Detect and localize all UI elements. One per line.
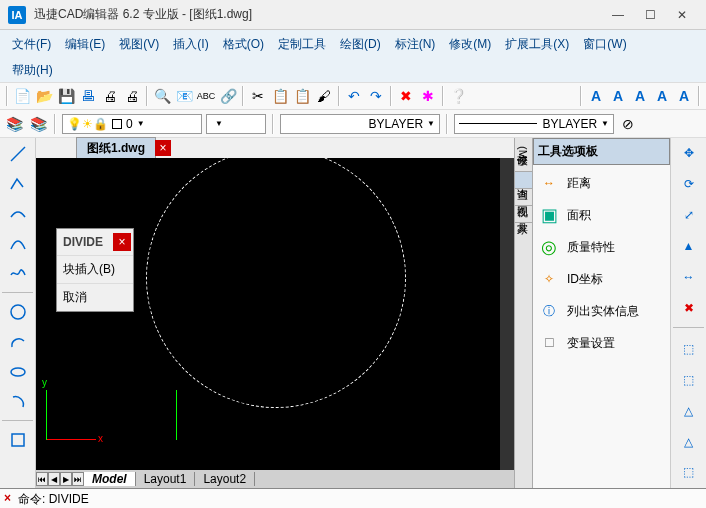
layer-combo[interactable]: 💡☀🔒 0 ▼ [62, 114, 202, 134]
send-icon[interactable]: 📧 [174, 86, 194, 106]
menu-ext-tools[interactable]: 扩展工具(X) [499, 33, 575, 56]
move-icon[interactable]: ✥ [677, 142, 701, 165]
menu-insert[interactable]: 插入(I) [167, 33, 214, 56]
print-icon[interactable]: 🖨 [100, 86, 120, 106]
array-icon[interactable]: ⬚ [677, 368, 701, 391]
polyline-tool-icon[interactable] [6, 172, 30, 196]
scale-icon[interactable]: ⤢ [677, 204, 701, 227]
svg-line-0 [11, 147, 25, 161]
vertical-line-entity[interactable] [176, 390, 177, 440]
help-icon[interactable]: ❔ [448, 86, 468, 106]
arc2-tool-icon[interactable] [6, 330, 30, 354]
layout-last-icon[interactable]: ⏭ [72, 472, 84, 486]
vtab-view[interactable]: 视图 [515, 189, 532, 206]
font-a4-icon[interactable]: A [652, 86, 672, 106]
mirror-icon[interactable]: ▲ [677, 235, 701, 258]
save-icon[interactable]: 💾 [56, 86, 76, 106]
arc3-tool-icon[interactable] [6, 390, 30, 414]
tab-document[interactable]: 图纸1.dwg [76, 137, 156, 160]
new-icon[interactable]: 📄 [12, 86, 32, 106]
vtab-query[interactable]: 查询 [515, 172, 532, 189]
printprev-icon[interactable]: 🖨 [122, 86, 142, 106]
vtab-modify[interactable]: 修改(M) [515, 138, 532, 172]
menu-draw[interactable]: 绘图(D) [334, 33, 387, 56]
polygon-tool-icon[interactable] [6, 428, 30, 452]
linetype2-value: BYLAYER [543, 117, 597, 131]
cmd-close-icon[interactable]: × [4, 491, 18, 508]
menu-custom-tools[interactable]: 定制工具 [272, 33, 332, 56]
layer-mgr-icon[interactable]: 📚 [4, 114, 24, 134]
menu-window[interactable]: 窗口(W) [577, 33, 632, 56]
menu-edit[interactable]: 编辑(E) [59, 33, 111, 56]
font-a2-icon[interactable]: A [608, 86, 628, 106]
copy-icon[interactable]: 📋 [270, 86, 290, 106]
tab-layout1[interactable]: Layout1 [136, 472, 196, 486]
menu-dimension[interactable]: 标注(N) [389, 33, 442, 56]
tab-close-icon[interactable]: × [155, 140, 171, 156]
canvas-v-scrollbar[interactable] [500, 158, 514, 470]
linetype-combo-2[interactable]: BYLAYER▼ [454, 114, 614, 134]
erase-x-icon[interactable]: ✖ [396, 86, 416, 106]
mass-icon: ◎ [537, 237, 561, 257]
linetype-settings-icon[interactable]: ⊘ [618, 114, 638, 134]
svg-point-2 [11, 368, 25, 376]
font-a1-icon[interactable]: A [586, 86, 606, 106]
linetype-value: BYLAYER [369, 117, 423, 131]
layer-combo-2[interactable]: ▼ [206, 114, 266, 134]
font-a3-icon[interactable]: A [630, 86, 650, 106]
layout-prev-icon[interactable]: ◀ [48, 472, 60, 486]
popup-item-block[interactable]: 块插入(B) [57, 255, 133, 283]
panel-item-mass[interactable]: ◎ 质量特性 [535, 231, 668, 263]
layout-first-icon[interactable]: ⏮ [36, 472, 48, 486]
paste-icon[interactable]: 📋 [292, 86, 312, 106]
preview-icon[interactable]: 🔍 [152, 86, 172, 106]
panel-item-distance[interactable]: ↔ 距离 [535, 167, 668, 199]
undo-icon[interactable]: ↶ [344, 86, 364, 106]
panel-item-area[interactable]: ▣ 面积 [535, 199, 668, 231]
circle-entity[interactable] [146, 158, 406, 408]
rotate-icon[interactable]: ⟳ [677, 173, 701, 196]
saveall-icon[interactable]: 🖶 [78, 86, 98, 106]
link-icon[interactable]: 🔗 [218, 86, 238, 106]
panel-item-id[interactable]: ✧ ID坐标 [535, 263, 668, 295]
menu-help[interactable]: 帮助(H) [6, 59, 59, 82]
spell-icon[interactable]: ABC [196, 86, 216, 106]
popup-close-icon[interactable]: × [113, 233, 131, 251]
tab-layout2[interactable]: Layout2 [195, 472, 255, 486]
linetype-combo[interactable]: BYLAYER▼ [280, 114, 440, 134]
document-tabs: 图纸1.dwg × [36, 138, 514, 158]
tab-model[interactable]: Model [84, 472, 136, 486]
menu-view[interactable]: 视图(V) [113, 33, 165, 56]
extend-icon[interactable]: △ [677, 430, 701, 453]
layer-walk-icon[interactable]: 📚 [28, 114, 48, 134]
minimize-button[interactable]: — [610, 7, 626, 23]
trim-icon[interactable]: △ [677, 399, 701, 422]
cut-icon[interactable]: ✂ [248, 86, 268, 106]
close-button[interactable]: ✕ [674, 7, 690, 23]
font-a5-icon[interactable]: A [674, 86, 694, 106]
break-icon[interactable]: ⬚ [677, 461, 701, 484]
maximize-button[interactable]: ☐ [642, 7, 658, 23]
menu-file[interactable]: 文件(F) [6, 33, 57, 56]
ellipse-tool-icon[interactable] [6, 360, 30, 384]
menu-modify[interactable]: 修改(M) [443, 33, 497, 56]
panel-item-list[interactable]: ⓘ 列出实体信息 [535, 295, 668, 327]
layout-next-icon[interactable]: ▶ [60, 472, 72, 486]
freehand-tool-icon[interactable] [6, 262, 30, 286]
line-tool-icon[interactable] [6, 142, 30, 166]
popup-item-cancel[interactable]: 取消 [57, 283, 133, 311]
arc-tool-icon[interactable] [6, 232, 30, 256]
panel-item-vars[interactable]: ☐ 变量设置 [535, 327, 668, 359]
match-icon[interactable]: 🖌 [314, 86, 334, 106]
menu-format[interactable]: 格式(O) [217, 33, 270, 56]
redo-icon[interactable]: ↷ [366, 86, 386, 106]
open-icon[interactable]: 📂 [34, 86, 54, 106]
stretch-icon[interactable]: ↔ [677, 266, 701, 289]
spline-tool-icon[interactable] [6, 202, 30, 226]
circle-tool-icon[interactable] [6, 300, 30, 324]
vtab-furniture[interactable]: 家具 [515, 206, 532, 223]
erase-asterisk-icon[interactable]: ✱ [418, 86, 438, 106]
drawing-canvas[interactable]: x y DIVIDE × 块插入(B) 取消 [36, 158, 514, 470]
delete-icon[interactable]: ✖ [677, 297, 701, 320]
offset-icon[interactable]: ⬚ [677, 337, 701, 360]
